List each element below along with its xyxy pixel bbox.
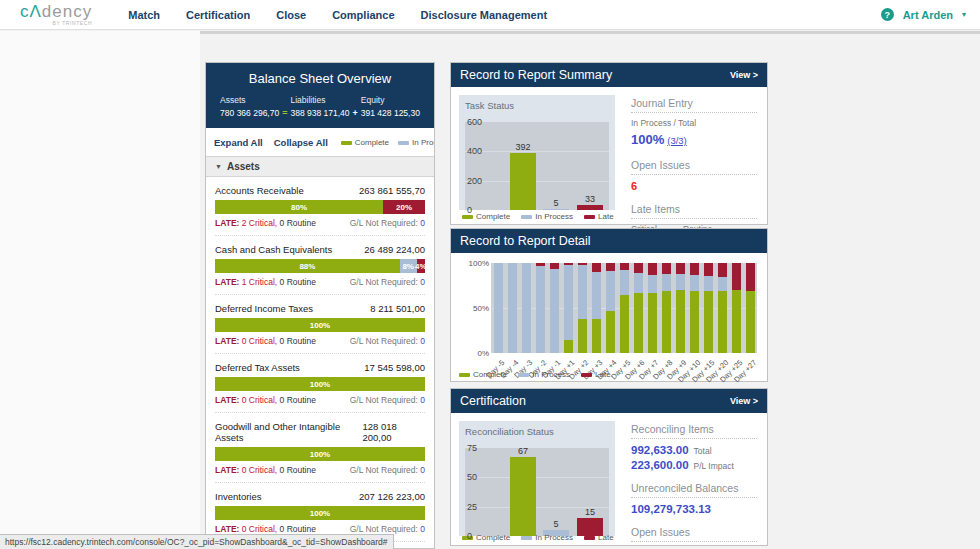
gl-not-required-label: G/L Not Required: [350,524,421,534]
legend-item-late: Late [584,533,614,542]
item-header-row: Deferred Tax Assets17 545 598,00 [215,362,425,373]
account-name[interactable]: Goodwill and Other Intangible Assets [215,421,362,443]
reconciliation-status-chart: Reconciliation Status 025507567515 [459,421,615,536]
critical-count[interactable]: 1 Critical, [242,277,280,287]
stacked-bar-Day +27 [746,263,755,353]
complete-swatch-icon [459,373,470,377]
panel-body: Task Status 0200400600392533 CompleteIn … [451,87,767,224]
account-name[interactable]: Deferred Tax Assets [215,362,300,373]
critical-count[interactable]: 0 Critical, [242,465,280,475]
gl-count-link[interactable]: 0 [420,524,425,534]
menu-item-certification[interactable]: Certification [186,9,250,21]
in_process-swatch-icon [518,373,529,377]
stack-segment-in_process [508,263,517,353]
reconciling-total[interactable]: 992,633.00 [631,444,689,456]
certification-metrics: Reconciling Items 992,633.00 Total 223,6… [631,423,757,549]
stack-segment-late [634,263,643,273]
account-name[interactable]: Cash and Cash Equivalents [215,244,332,255]
account-amount: 8 211 501,00 [370,303,425,314]
open-issues-count[interactable]: 6 [631,180,757,192]
task-status-chart: Task Status 0200400600392533 [459,95,615,210]
stack-segment-complete [676,290,685,353]
journal-entry-percent: 100% [631,132,664,147]
stacked-bar-Day +7 [648,263,657,353]
stack-segment-in_process [662,274,671,291]
critical-count[interactable]: 2 Critical, [242,218,280,228]
collapse-triangle-icon: ▼ [215,163,222,170]
stack-segment-complete [620,295,629,354]
account-name[interactable]: Inventories [215,491,261,502]
account-amount: 26 489 224,00 [364,244,425,255]
stack-segment-complete [662,291,671,353]
balance-sheet-toolbar: Expand All Collapse All CompleteIn Proce… [206,128,434,156]
user-menu[interactable]: Art Arden [903,9,953,21]
open-issues-heading: Open Issues [631,159,757,175]
view-link[interactable]: View > [730,396,758,406]
collapse-all-link[interactable]: Collapse All [274,137,328,148]
equals-operator: = [282,108,287,118]
item-header-row: Goodwill and Other Intangible Assets128 … [215,421,425,443]
chart-plot: 0200400600392533 [465,122,609,210]
assets-section-header[interactable]: ▼ Assets [206,156,434,177]
item-footer-row: LATE: 0 Critical, 0 RoutineG/L Not Requi… [215,465,425,475]
gridline [465,477,609,478]
bar-segment-complete: 100% [215,377,425,391]
critical-count[interactable]: 0 Critical, [242,336,280,346]
balance-sheet-item: Cash and Cash Equivalents26 489 224,0088… [215,236,425,295]
gridline [465,181,609,182]
chart-bar-late [577,205,603,210]
critical-count[interactable]: 0 Critical, [242,524,280,534]
item-footer-row: LATE: 2 Critical, 0 RoutineG/L Not Requi… [215,218,425,228]
account-name[interactable]: Accounts Receivable [215,185,304,196]
item-footer-row: LATE: 0 Critical, 0 RoutineG/L Not Requi… [215,336,425,346]
menu-item-compliance[interactable]: Compliance [332,9,394,21]
legend-item-in_process: In Process [398,138,435,147]
stacked-bar-Day +25 [732,263,741,353]
menu-item-close[interactable]: Close [276,9,306,21]
menu-item-disclosure-management[interactable]: Disclosure Management [421,9,548,21]
unreconciled-value[interactable]: 109,279,733.13 [631,503,757,515]
gl-count-link[interactable]: 0 [420,465,425,475]
balance-sheet-panel: Balance Sheet Overview Assets 780 366 29… [205,62,435,549]
gl-count-link[interactable]: 0 [420,277,425,287]
gl-count-link[interactable]: 0 [420,336,425,346]
y-axis-tick: 50% [463,304,489,313]
balance-sheet-item: Deferred Income Taxes8 211 501,00100%LAT… [215,295,425,354]
help-icon[interactable]: ? [881,8,894,21]
stack-segment-in_process [704,276,713,291]
view-link[interactable]: View > [730,70,758,80]
gl-count-link[interactable]: 0 [420,395,425,405]
stack-segment-late [746,263,755,291]
pl-impact-value[interactable]: 223,600.00 [631,459,689,471]
stack-segment-in_process [550,269,559,353]
journal-entry-ratio-link[interactable]: (3/3) [667,135,687,146]
browser-status-bar: https://fsc12.cadency.trintech.com/conso… [0,534,394,549]
status-legend: CompleteIn ProcessLate [341,138,435,147]
chart-legend: CompleteIn ProcessLate [459,370,611,379]
stack-segment-in_process [690,275,699,291]
detail-chart: 0%50%100% Day -5Day -4Day -3Day -2Day -1… [461,259,757,381]
stack-segment-late [690,263,699,275]
critical-count[interactable]: 0 Critical, [242,395,280,405]
stack-segment-in_process [592,272,601,319]
bar-value-label: 5 [543,519,569,529]
chart-plot: 025507567515 [465,448,609,536]
account-name[interactable]: Deferred Income Taxes [215,303,313,314]
cadency-logo[interactable]: cΛdency BY TRINTECH [20,3,92,26]
chevron-down-icon[interactable]: ▾ [962,10,966,19]
panel-header: Record to Report Summary View > [451,63,767,87]
legend-label: Late [598,212,614,221]
gl-summary: G/L Not Required: 0 [350,336,425,346]
bar-segment-complete: 100% [215,318,425,332]
logo-wordmark: cΛdency [20,3,92,20]
menu-item-match[interactable]: Match [128,9,160,21]
panel-title: Record to Report Summary [460,68,612,82]
stack-segment-in_process [522,263,531,353]
bar-segment-complete: 80% [215,200,383,214]
expand-all-link[interactable]: Expand All [214,137,263,148]
legend-item-in_process: In Process [521,533,573,542]
stacked-bar-Day +6 [634,263,643,353]
y-axis-tick: 200 [467,176,482,186]
stack-segment-in_process [494,263,503,353]
gl-count-link[interactable]: 0 [420,218,425,228]
